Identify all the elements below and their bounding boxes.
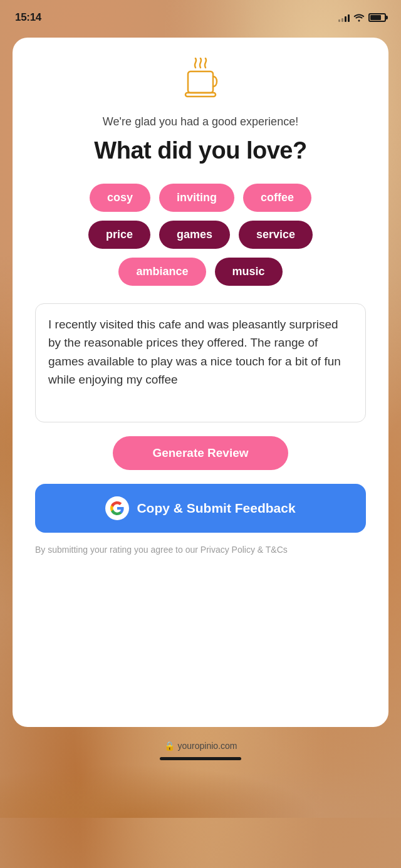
url-bar: 🔒 youropinio.com xyxy=(0,741,401,751)
review-box[interactable]: I recently visited this cafe and was ple… xyxy=(35,303,366,422)
main-card: We're glad you had a good experience! Wh… xyxy=(13,38,388,727)
home-indicator xyxy=(160,757,241,760)
google-g-svg xyxy=(110,501,125,516)
wifi-icon xyxy=(353,13,365,22)
signal-bars-icon xyxy=(338,13,350,22)
tags-container: cosy inviting coffee price games service… xyxy=(35,184,366,286)
svg-rect-0 xyxy=(188,71,213,93)
tag-games[interactable]: games xyxy=(159,221,230,249)
tag-music[interactable]: music xyxy=(215,258,283,286)
lock-icon: 🔒 xyxy=(164,741,175,751)
tag-cosy[interactable]: cosy xyxy=(90,184,150,212)
tag-service[interactable]: service xyxy=(239,221,313,249)
legal-text: By submitting your rating you agree to o… xyxy=(35,544,366,557)
coffee-cup-icon xyxy=(182,58,219,102)
google-logo-icon xyxy=(105,496,129,520)
status-bar: 15:14 xyxy=(0,0,401,33)
tags-row-2: price games service xyxy=(88,221,313,249)
generate-review-button[interactable]: Generate Review xyxy=(113,436,288,470)
tag-coffee[interactable]: coffee xyxy=(243,184,311,212)
coffee-icon-container xyxy=(35,58,366,102)
copy-submit-button[interactable]: Copy & Submit Feedback xyxy=(35,484,366,533)
subtitle-text: We're glad you had a good experience! xyxy=(35,114,366,130)
battery-icon xyxy=(368,13,386,22)
bottom-bar: 🔒 youropinio.com xyxy=(0,732,401,773)
tags-row-3: ambiance music xyxy=(118,258,282,286)
url-text: youropinio.com xyxy=(178,741,237,751)
tags-row-1: cosy inviting coffee xyxy=(90,184,311,212)
main-title: What did you love? xyxy=(35,137,366,165)
status-icons xyxy=(338,13,386,22)
svg-rect-1 xyxy=(185,93,216,97)
tag-inviting[interactable]: inviting xyxy=(159,184,234,212)
status-time: 15:14 xyxy=(15,11,41,24)
tag-ambiance[interactable]: ambiance xyxy=(118,258,206,286)
submit-button-label: Copy & Submit Feedback xyxy=(137,501,295,516)
review-text: I recently visited this cafe and was ple… xyxy=(48,315,353,389)
tag-price[interactable]: price xyxy=(88,221,150,249)
